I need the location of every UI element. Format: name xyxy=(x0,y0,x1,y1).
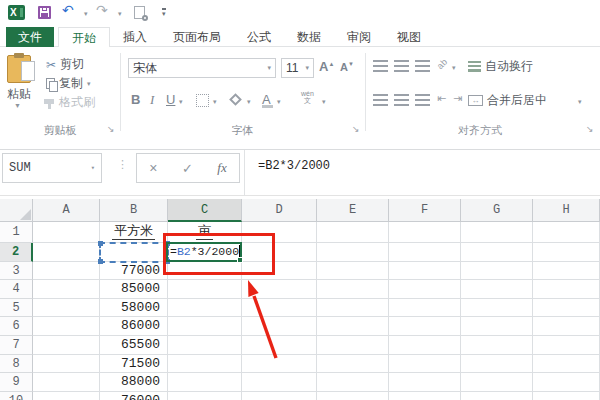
save-icon[interactable] xyxy=(38,6,51,19)
cell-D10[interactable] xyxy=(242,392,317,400)
cell-G1[interactable] xyxy=(461,222,533,243)
cell-D5[interactable] xyxy=(242,299,317,318)
merge-center-dropdown-icon[interactable]: ▾ xyxy=(578,98,582,106)
cell-G9[interactable] xyxy=(461,373,533,392)
row-header-3[interactable]: 3 xyxy=(0,262,33,281)
cell-C10[interactable] xyxy=(168,392,242,400)
row-header-7[interactable]: 7 xyxy=(0,336,33,355)
cell-E10[interactable] xyxy=(317,392,389,400)
column-header-E[interactable]: E xyxy=(317,199,389,222)
cell-C6[interactable] xyxy=(168,317,242,336)
cell-D6[interactable] xyxy=(242,317,317,336)
tab-file[interactable]: 文件 xyxy=(6,27,54,47)
formula-input[interactable]: =B2*3/2000 xyxy=(258,159,330,173)
redo-icon[interactable]: ↷ xyxy=(96,2,108,18)
cell-E6[interactable] xyxy=(317,317,389,336)
cell-B4[interactable]: 85000 xyxy=(100,280,168,299)
column-header-D[interactable]: D xyxy=(242,199,317,222)
cell-C7[interactable] xyxy=(168,336,242,355)
italic-button[interactable]: I xyxy=(150,92,154,108)
font-name-select[interactable]: 宋体 ▾ xyxy=(128,58,276,78)
insert-function-icon[interactable]: fx xyxy=(217,160,226,176)
cell-E4[interactable] xyxy=(317,280,389,299)
cell-A2[interactable] xyxy=(33,243,100,262)
undo-icon[interactable]: ↶ xyxy=(62,2,74,18)
cell-B3[interactable]: 77000 xyxy=(100,262,168,281)
borders-dropdown-icon[interactable]: ▾ xyxy=(213,98,217,106)
cell-G3[interactable] xyxy=(461,262,533,281)
row-header-2[interactable]: 2 xyxy=(0,243,33,262)
cell-F4[interactable] xyxy=(389,280,461,299)
paste-button[interactable]: 粘贴 xyxy=(1,86,37,103)
align-left-icon[interactable] xyxy=(373,94,388,106)
cell-E7[interactable] xyxy=(317,336,389,355)
cell-D7[interactable] xyxy=(242,336,317,355)
tab-review[interactable]: 审阅 xyxy=(334,27,384,47)
align-center-icon[interactable] xyxy=(394,94,409,106)
cell-F10[interactable] xyxy=(389,392,461,400)
cell-G6[interactable] xyxy=(461,317,533,336)
cell-B8[interactable]: 71500 xyxy=(100,355,168,374)
align-right-icon[interactable] xyxy=(415,94,430,106)
column-header-C[interactable]: C xyxy=(168,199,242,222)
align-top-icon[interactable] xyxy=(373,60,388,72)
underline-dropdown-icon[interactable]: ▾ xyxy=(179,98,183,106)
cell-F8[interactable] xyxy=(389,355,461,374)
cell-C8[interactable] xyxy=(168,355,242,374)
cell-E2[interactable] xyxy=(317,243,389,262)
print-preview-icon[interactable] xyxy=(134,6,145,19)
cell-D9[interactable] xyxy=(242,373,317,392)
cell-B1[interactable]: 平方米 xyxy=(100,222,168,243)
cell-H7[interactable] xyxy=(533,336,600,355)
shrink-font-button[interactable]: A▼ xyxy=(340,61,354,73)
cell-B5[interactable]: 58000 xyxy=(100,299,168,318)
tab-formulas[interactable]: 公式 xyxy=(234,27,284,47)
row-header-6[interactable]: 6 xyxy=(0,317,33,336)
name-box[interactable]: SUM ▾ xyxy=(2,153,102,183)
merge-center-button[interactable]: ↔ 合并后居中 xyxy=(468,92,547,109)
paste-icon[interactable] xyxy=(7,55,31,83)
name-box-dropdown-icon[interactable]: ▾ xyxy=(91,164,95,172)
cell-A1[interactable] xyxy=(33,222,100,243)
format-painter-button[interactable]: 格式刷 xyxy=(44,94,95,111)
phonetic-dropdown-icon[interactable]: ▾ xyxy=(322,98,326,106)
column-header-G[interactable]: G xyxy=(461,199,533,222)
cell-H2[interactable] xyxy=(533,243,600,262)
row-header-1[interactable]: 1 xyxy=(0,222,33,243)
align-bottom-icon[interactable] xyxy=(415,60,430,72)
paste-dropdown-icon[interactable]: ▼ xyxy=(14,102,21,109)
cell-F1[interactable] xyxy=(389,222,461,243)
cell-H1[interactable] xyxy=(533,222,600,243)
cell-D8[interactable] xyxy=(242,355,317,374)
orientation-dropdown-icon[interactable]: ▾ xyxy=(452,64,456,72)
cell-E9[interactable] xyxy=(317,373,389,392)
copy-dropdown-icon[interactable]: ▾ xyxy=(87,80,91,88)
clipboard-dialog-launcher-icon[interactable]: ↘ xyxy=(107,125,115,134)
cell-H3[interactable] xyxy=(533,262,600,281)
cell-E5[interactable] xyxy=(317,299,389,318)
row-header-8[interactable]: 8 xyxy=(0,355,33,374)
underline-button[interactable]: U xyxy=(166,92,175,107)
decrease-indent-icon[interactable]: ⇤ xyxy=(437,92,446,105)
align-middle-icon[interactable] xyxy=(394,60,409,72)
wrap-text-button[interactable]: 自动换行 xyxy=(468,58,533,75)
cut-button[interactable]: ✂ 剪切 xyxy=(46,56,84,73)
alignment-dialog-launcher-icon[interactable]: ↘ xyxy=(586,125,594,134)
tab-view[interactable]: 视图 xyxy=(384,27,434,47)
cell-C5[interactable] xyxy=(168,299,242,318)
font-size-dropdown-icon[interactable]: ▾ xyxy=(305,64,309,72)
tab-insert[interactable]: 插入 xyxy=(110,27,160,47)
font-size-select[interactable]: 11 ▾ xyxy=(281,58,314,78)
cell-H4[interactable] xyxy=(533,280,600,299)
row-header-10[interactable]: 10 xyxy=(0,392,33,400)
cell-H8[interactable] xyxy=(533,355,600,374)
undo-dropdown-icon[interactable]: ▾ xyxy=(84,10,88,18)
cell-H9[interactable] xyxy=(533,373,600,392)
column-header-H[interactable]: H xyxy=(533,199,600,222)
font-dialog-launcher-icon[interactable]: ↘ xyxy=(352,125,360,134)
font-name-dropdown-icon[interactable]: ▾ xyxy=(267,64,271,72)
tab-data[interactable]: 数据 xyxy=(284,27,334,47)
cell-A4[interactable] xyxy=(33,280,100,299)
cell-F9[interactable] xyxy=(389,373,461,392)
cancel-icon[interactable]: × xyxy=(149,160,157,176)
